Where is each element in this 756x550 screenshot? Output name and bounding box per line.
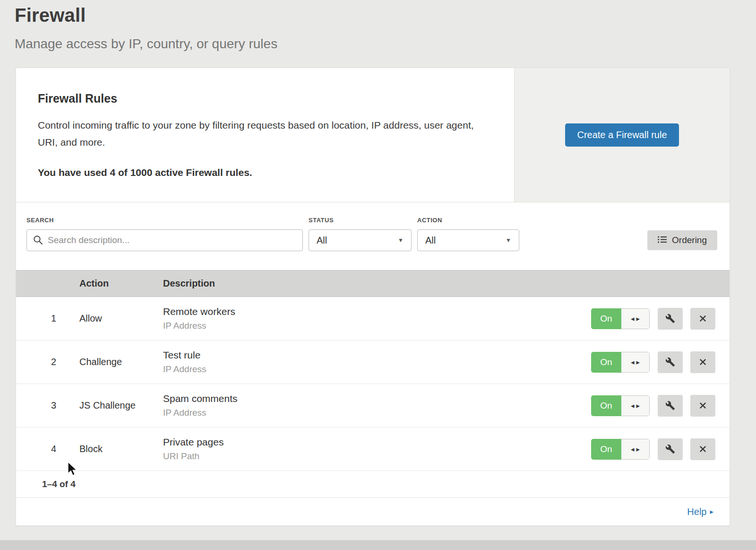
wrench-icon — [665, 357, 675, 367]
toggle-on-label[interactable]: On — [591, 352, 621, 373]
ordering-button[interactable]: Ordering — [647, 230, 717, 250]
rule-priority: 4 — [16, 444, 56, 454]
rule-field: URI Path — [163, 451, 591, 462]
bottom-edge-strip — [0, 540, 756, 550]
chevron-down-icon: ▼ — [506, 237, 511, 244]
toggle-on-label[interactable]: On — [591, 395, 621, 416]
close-icon — [698, 314, 707, 323]
rule-controls: On ◂▸ — [591, 438, 715, 460]
help-link-label: Help — [687, 506, 706, 517]
toggle-arrows-icon[interactable]: ◂▸ — [621, 352, 650, 373]
toggle-arrows-icon[interactable]: ◂▸ — [621, 439, 650, 460]
table-row: 3 JS Challenge Spam comments IP Address … — [16, 384, 730, 428]
rule-controls: On ◂▸ — [591, 395, 715, 417]
toggle-arrows-icon[interactable]: ◂▸ — [621, 308, 650, 329]
pagination-summary: 1–4 of 4 — [16, 471, 730, 498]
delete-rule-button[interactable] — [690, 438, 715, 460]
rule-field: IP Address — [163, 364, 591, 375]
rule-priority: 1 — [16, 313, 56, 324]
filter-bar: SEARCH STATUS All ▼ ACTION All ▼ — [16, 202, 730, 270]
table-row: 2 Challenge Test rule IP Address On ◂▸ — [16, 340, 730, 384]
page-subtitle: Manage access by IP, country, or query r… — [15, 36, 756, 52]
wrench-icon — [665, 444, 675, 454]
rule-controls: On ◂▸ — [591, 308, 715, 330]
toggle-on-label[interactable]: On — [591, 439, 621, 460]
create-firewall-rule-button[interactable]: Create a Firewall rule — [565, 123, 679, 147]
action-column-header: Action — [56, 278, 163, 289]
delete-rule-button[interactable] — [690, 308, 715, 330]
delete-rule-button[interactable] — [690, 351, 715, 373]
rule-description-cell: Remote workers IP Address — [163, 306, 591, 331]
rule-controls: On ◂▸ — [591, 351, 715, 373]
rules-aside: Create a Firewall rule — [514, 68, 730, 202]
rule-priority: 2 — [16, 357, 56, 367]
toggle-on-label[interactable]: On — [591, 308, 621, 329]
page-header: Firewall Manage access by IP, country, o… — [0, 0, 756, 52]
wrench-icon — [665, 314, 675, 323]
toggle-arrows-icon[interactable]: ◂▸ — [621, 395, 650, 416]
help-row: Help ▸ — [16, 498, 730, 525]
table-header: Action Description — [16, 270, 730, 297]
rule-enabled-toggle[interactable]: On ◂▸ — [591, 308, 650, 329]
rule-field: IP Address — [163, 321, 591, 331]
search-wrap — [26, 229, 303, 251]
edit-rule-button[interactable] — [658, 438, 683, 460]
rule-description-cell: Private pages URI Path — [163, 437, 591, 462]
close-icon — [698, 401, 707, 410]
rule-enabled-toggle[interactable]: On ◂▸ — [591, 395, 650, 416]
ordering-icon — [658, 235, 667, 245]
edit-rule-button[interactable] — [658, 351, 683, 373]
rule-action: JS Challenge — [56, 400, 163, 411]
rule-description: Spam comments — [163, 393, 591, 404]
rules-usage-text: You have used 4 of 1000 active Firewall … — [38, 167, 481, 178]
search-icon — [33, 235, 43, 247]
close-icon — [698, 445, 707, 454]
action-filter-group: ACTION All ▼ — [417, 217, 519, 251]
status-label: STATUS — [309, 217, 412, 224]
rule-description: Remote workers — [163, 306, 591, 317]
rule-field: IP Address — [163, 408, 591, 418]
rule-action: Challenge — [56, 357, 163, 367]
rules-card: Firewall Rules Control incoming traffic … — [16, 68, 514, 202]
ordering-button-label: Ordering — [672, 235, 707, 245]
help-link[interactable]: Help ▸ — [687, 506, 713, 517]
page-title: Firewall — [15, 5, 756, 26]
firewall-panel: Firewall Rules Control incoming traffic … — [16, 68, 730, 526]
rule-priority: 3 — [16, 400, 56, 411]
table-row: 1 Allow Remote workers IP Address On ◂▸ — [16, 297, 730, 340]
rule-description-cell: Test rule IP Address — [163, 349, 591, 375]
table-row: 4 Block Private pages URI Path On ◂▸ — [16, 428, 730, 471]
action-select-value: All — [425, 235, 436, 246]
search-label: SEARCH — [26, 217, 303, 224]
help-arrow-icon: ▸ — [710, 507, 713, 516]
status-select-value: All — [317, 235, 327, 246]
search-input[interactable] — [26, 229, 303, 251]
delete-rule-button[interactable] — [690, 395, 715, 417]
wrench-icon — [665, 401, 675, 410]
rule-description: Private pages — [163, 437, 591, 448]
rule-enabled-toggle[interactable]: On ◂▸ — [591, 352, 650, 373]
chevron-down-icon: ▼ — [398, 237, 404, 244]
edit-rule-button[interactable] — [658, 395, 683, 417]
rule-description: Test rule — [163, 349, 591, 361]
status-filter-group: STATUS All ▼ — [309, 217, 412, 251]
rule-enabled-toggle[interactable]: On ◂▸ — [591, 439, 650, 460]
description-column-header: Description — [163, 278, 730, 289]
rules-card-title: Firewall Rules — [38, 92, 481, 105]
search-filter-group: SEARCH — [26, 217, 303, 251]
close-icon — [698, 358, 707, 367]
edit-rule-button[interactable] — [658, 308, 683, 330]
rule-action: Block — [56, 444, 163, 454]
action-select[interactable]: All ▼ — [417, 229, 519, 251]
rule-description-cell: Spam comments IP Address — [163, 393, 591, 418]
rules-card-description: Control incoming traffic to your zone by… — [38, 117, 481, 151]
status-select[interactable]: All ▼ — [309, 229, 412, 251]
action-label: ACTION — [417, 217, 519, 224]
rules-overview-section: Firewall Rules Control incoming traffic … — [16, 68, 730, 202]
rule-action: Allow — [56, 313, 163, 324]
